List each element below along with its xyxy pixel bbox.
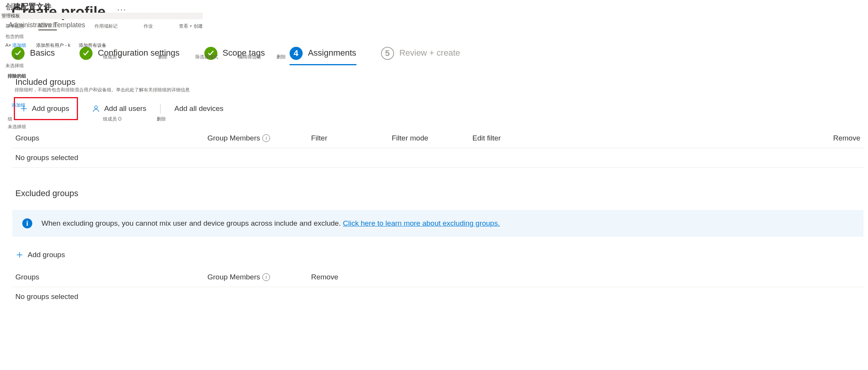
info-icon[interactable]: i (262, 134, 270, 142)
included-groups-table: Groups Group Membersi Filter Filter mode… (12, 129, 864, 168)
included-groups-heading: Included groups (15, 77, 868, 87)
person-icon (92, 104, 100, 113)
banner-text: When excluding groups, you cannot mix us… (41, 219, 343, 227)
add-all-devices-button[interactable]: Add all devices (174, 104, 224, 113)
exclude-info-banner: i When excluding groups, you cannot mix … (12, 210, 863, 237)
ghost-label: 删除 (277, 54, 286, 60)
col-filter-mode[interactable]: Filter mode (392, 134, 472, 142)
ghost-label: 编辑筛选器 (238, 54, 261, 60)
excluded-groups-table: Groups Group Membersi Remove No groups s… (12, 268, 864, 306)
info-icon[interactable]: i (262, 273, 270, 281)
ghost-exclude-note: 排除组时，不能跨包含和排除混合用户和设备组。单击此处了解有关排除组的详细信息 (15, 87, 190, 93)
highlight-box: Add groups (14, 97, 78, 120)
ghost-not-selected: 未选择组 (8, 124, 26, 130)
ghost-col-delete: 删除 (157, 116, 166, 122)
divider (160, 104, 161, 114)
ghost-overlay: 创建配置文件 管理模板 基本信息 配置设置 作用域标记 作业 查看 + 创建 包… (0, 0, 203, 69)
banner-learn-more-link[interactable]: Click here to learn more about excluding… (343, 219, 500, 227)
ghost-col-group: 组 (8, 116, 12, 122)
add-groups-excluded-button[interactable]: Add groups (15, 251, 65, 259)
col-remove[interactable]: Remove (553, 134, 860, 142)
step-number: 4 (290, 47, 303, 60)
ghost-col-members: 组成员 O (103, 116, 122, 122)
col-remove[interactable]: Remove (311, 273, 860, 281)
col-groups[interactable]: Groups (15, 134, 207, 142)
ghost-addgroup-cn: 添加组 (12, 102, 25, 109)
info-icon: i (22, 218, 32, 228)
svg-point-0 (95, 106, 98, 109)
excluded-empty-text: No groups selected (15, 292, 207, 301)
add-groups-button[interactable]: Add groups (20, 104, 69, 113)
col-filter[interactable]: Filter (311, 134, 392, 142)
step-number: 5 (381, 47, 394, 60)
col-edit-filter[interactable]: Edit filter (472, 134, 553, 142)
add-all-users-button[interactable]: Add all users (92, 104, 146, 113)
ghost-excluded-title: 排除的组 (8, 73, 26, 79)
col-group-members[interactable]: Group Membersi (207, 134, 311, 142)
included-empty-text: No groups selected (15, 154, 207, 162)
step-assignments[interactable]: 4 Assignments (290, 47, 356, 65)
plus-icon (15, 251, 24, 259)
excluded-groups-heading: Excluded groups (15, 188, 868, 198)
step-review-create[interactable]: 5 Review + create (381, 47, 460, 59)
col-group-members[interactable]: Group Membersi (207, 273, 311, 281)
col-groups[interactable]: Groups (15, 273, 207, 281)
